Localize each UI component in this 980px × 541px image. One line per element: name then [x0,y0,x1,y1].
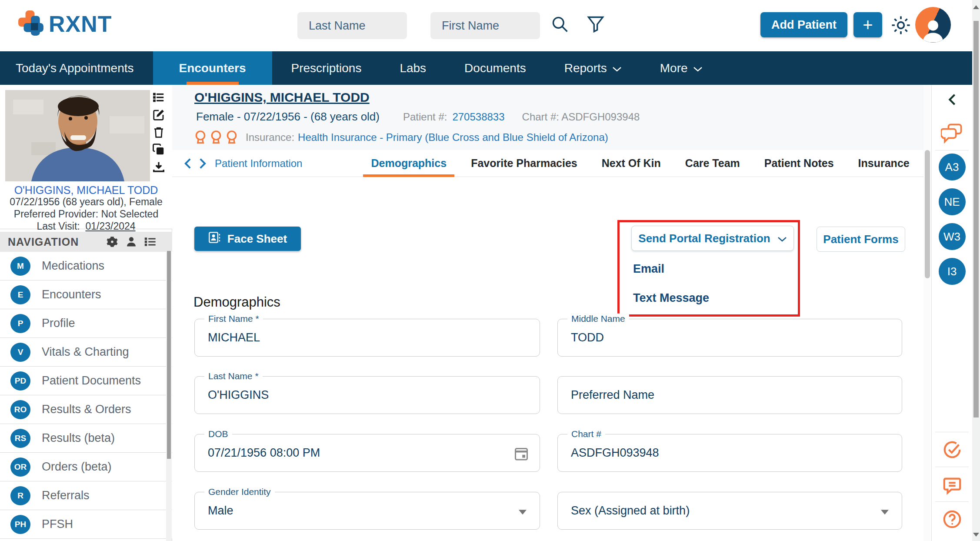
sex-assigned-at-birth-select[interactable]: Sex (Assigned at birth) [557,492,902,530]
insurance-value-link[interactable]: Health Insurance - Primary (Blue Cross a… [298,131,608,144]
face-sheet-button[interactable]: Face Sheet [194,227,301,251]
sidebar-item-medications[interactable]: MMedications [0,252,172,281]
content-scrollbar-thumb[interactable] [925,150,930,278]
delete-icon[interactable] [152,126,165,139]
patient-name-link[interactable]: O'HIGGINS, MICHAEL TODD [194,90,370,105]
sidebar-item-encounters[interactable]: EEncounters [0,281,172,309]
badge: P [10,314,30,333]
nav-settings-gear-icon[interactable] [106,236,118,248]
copy-icon[interactable] [152,143,165,156]
sidebar-item-vitals-charting[interactable]: VVitals & Charting [0,338,172,367]
help-icon[interactable] [942,509,962,529]
first-name-field[interactable]: First Name * MICHAEL [194,319,540,357]
view-list-icon[interactable] [152,91,165,104]
select-caret-icon[interactable] [881,510,889,514]
sidebar-item-results-beta[interactable]: RSResults (beta) [0,424,172,453]
badge: M [10,257,30,276]
sidebar-item-pfsh[interactable]: PHPFSH [0,510,172,539]
edit-icon[interactable] [152,108,165,121]
send-portal-registration-button[interactable]: Send Portal Registration [631,226,794,251]
patient-number-label: Patient #: [403,111,447,123]
nav-more[interactable]: More [641,51,722,85]
quick-add-button[interactable]: + [853,12,882,37]
tab-demographics[interactable]: Demographics [359,150,459,177]
scroll-down-arrow[interactable] [973,533,979,537]
nav-reports[interactable]: Reports [545,51,641,85]
app-window: RXNT Add Patient + Today's Appointments … [0,0,980,541]
patient-information-link[interactable]: Patient Information [215,157,302,170]
rail-badge-a3[interactable]: A3 [939,154,966,180]
section-title: Demographics [193,294,280,310]
menu-item-text-message[interactable]: Text Message [631,284,762,313]
sidebar-item-orders-beta[interactable]: OROrders (beta) [0,453,172,481]
nav-todays-appointments[interactable]: Today's Appointments [0,51,153,85]
window-scrollbar [972,0,980,541]
last-name-field[interactable]: Last Name * O'HIGGINS [194,376,540,414]
navigation-title: NAVIGATION [8,236,106,248]
check-circle-icon[interactable] [942,440,962,460]
add-patient-button[interactable]: Add Patient [760,12,847,37]
tab-patient-notes[interactable]: Patient Notes [752,150,846,177]
field-label: DOB [204,429,232,439]
sidebar-item-results-orders[interactable]: ROResults & Orders [0,395,172,424]
search-icon[interactable] [550,15,570,36]
filter-icon[interactable] [586,15,605,36]
patient-forms-button[interactable]: Patient Forms [817,227,905,252]
rail-badge-w3[interactable]: W3 [939,223,966,250]
patient-card-actions [152,91,165,174]
download-icon[interactable] [152,160,165,174]
sidebar-item-referrals[interactable]: RReferrals [0,481,172,510]
patient-card: O'HIGGINS, MICHAEL TODD 07/22/1956 (68 y… [0,85,172,229]
user-avatar[interactable] [915,7,951,43]
nav-list-icon[interactable] [144,236,157,248]
tab-care-team[interactable]: Care Team [673,150,752,177]
field-label: First Name * [204,314,263,324]
select-caret-icon[interactable] [519,510,527,514]
left-sidebar: O'HIGGINS, MICHAEL TODD 07/22/1956 (68 y… [0,85,172,541]
patient-card-name-link[interactable]: O'HIGGINS, MICHAEL TODD [0,184,172,197]
top-header: RXNT Add Patient + [0,0,980,51]
contact-card-icon [208,231,221,247]
settings-gear-icon[interactable] [890,14,912,38]
rail-badge-ne[interactable]: NE [939,188,966,215]
rail-badge-i3[interactable]: I3 [939,258,966,285]
nav-documents[interactable]: Documents [445,51,545,85]
nav-labs[interactable]: Labs [380,51,445,85]
feedback-comment-icon[interactable] [942,475,962,495]
nav-encounters[interactable]: Encounters [153,51,272,85]
collapse-rail-icon[interactable] [947,94,957,106]
badge: PH [10,515,30,534]
tab-next-of-kin[interactable]: Next Of Kin [590,150,673,177]
rxnt-plus-icon [17,10,44,38]
nav-prescriptions[interactable]: Prescriptions [272,51,381,85]
chevron-down-icon [612,61,622,75]
last-name-search-input[interactable] [297,12,407,39]
last-visit-date-link[interactable]: 01/23/2024 [85,220,135,232]
patient-summary-text: Female - 07/22/1956 - (68 years old) [196,110,380,124]
field-label: Gender Identity [204,487,275,497]
tab-insurance[interactable]: Insurance [846,150,922,177]
tabs-next-icon[interactable] [198,158,207,169]
patient-number-link[interactable]: 270538833 [452,111,504,123]
window-scrollbar-thumb[interactable] [973,21,979,417]
patient-card-last-visit: Last Visit: 01/23/2024 [0,220,172,232]
menu-item-email[interactable]: Email [631,254,762,284]
chart-number-field[interactable]: Chart # ASDFGH093948 [557,434,902,472]
sidebar-item-profile[interactable]: PProfile [0,309,172,338]
middle-name-field[interactable]: Middle Name TODD [557,319,902,357]
preferred-name-field[interactable]: Preferred Name [557,376,902,414]
gender-identity-select[interactable]: Gender Identity Male [194,492,540,530]
dob-field[interactable]: DOB 07/21/1956 08:00 PM [194,434,540,472]
nav-person-icon[interactable] [125,236,137,248]
insurance-label: Insurance: [246,131,294,144]
rxnt-logo: RXNT [17,10,112,38]
chat-bubbles-icon[interactable] [941,123,963,144]
tabs-prev-icon[interactable] [183,158,192,169]
calendar-icon[interactable] [513,445,529,461]
sidebar-scrollbar-thumb[interactable] [167,251,171,459]
badge: RS [10,429,30,448]
tab-favorite-pharmacies[interactable]: Favorite Pharmacies [459,150,590,177]
first-name-search-input[interactable] [430,12,540,39]
scroll-up-arrow[interactable] [973,5,979,9]
sidebar-item-patient-documents[interactable]: PDPatient Documents [0,367,172,395]
